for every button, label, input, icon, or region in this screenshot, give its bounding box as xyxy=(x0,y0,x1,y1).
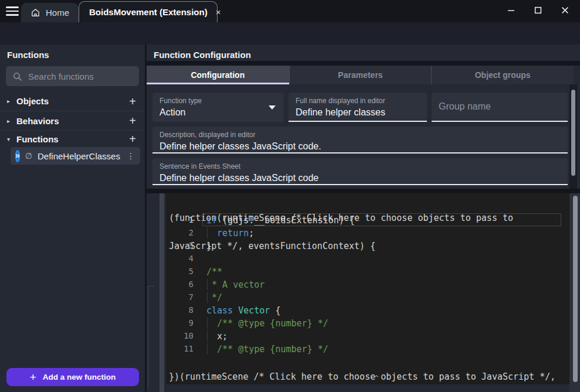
line-number: 3 xyxy=(166,241,194,250)
line-number: 5 xyxy=(166,267,194,276)
tab-close-icon[interactable]: × xyxy=(216,8,221,16)
function-type-select[interactable]: Function type Action xyxy=(152,93,284,122)
section-label: Behaviors xyxy=(16,116,127,126)
section-label: Objects xyxy=(16,96,127,106)
code-line-2[interactable]: 2 return; xyxy=(166,226,569,239)
code-line-3[interactable]: 3} xyxy=(166,239,569,252)
description-input[interactable] xyxy=(160,141,561,152)
line-number: 2 xyxy=(166,228,194,237)
code-text: * A vector xyxy=(206,279,264,290)
group-name-input[interactable] xyxy=(439,93,561,121)
add-new-function-label: Add a new function xyxy=(43,373,116,381)
main-menu-icon[interactable] xyxy=(6,6,19,16)
code-line-7[interactable]: 7 */ xyxy=(166,291,569,304)
tab-boidsmovement-label: BoidsMovement (Extension) xyxy=(89,7,208,17)
code-text: class Vector { xyxy=(206,305,280,316)
configuration-tabs: Configuration Parameters Object groups xyxy=(147,66,574,84)
tab-configuration[interactable]: Configuration xyxy=(147,66,289,84)
sidebar-section-behaviors[interactable]: ▸ Behaviors + xyxy=(0,111,145,130)
code-text: if (gdjs.__boidsExtension) { xyxy=(206,215,355,226)
chevron-right-icon: ▸ xyxy=(7,98,16,104)
dropdown-caret-icon xyxy=(269,105,276,110)
window-maximize-button[interactable] xyxy=(529,4,547,16)
tab-object-groups[interactable]: Object groups xyxy=(431,66,574,84)
events-scrollbar-left[interactable] xyxy=(160,193,164,392)
tab-boidsmovement[interactable]: BoidsMovement (Extension) × xyxy=(79,1,218,22)
add-function-quick-button[interactable]: + xyxy=(127,133,138,145)
code-line-8[interactable]: 8class Vector { xyxy=(166,304,569,316)
function-item-definehelperclasses[interactable]: » ∅ DefineHelperClasses ⋮ xyxy=(11,147,140,165)
line-number: 11 xyxy=(166,344,194,353)
window-close-button[interactable] xyxy=(556,4,574,16)
code-line-9[interactable]: 9 /** @type {number} */ xyxy=(166,316,569,329)
full-name-field[interactable]: Full name displayed in editor xyxy=(289,93,427,122)
plus-icon: + xyxy=(30,371,36,383)
code-scrollbar-thumb[interactable] xyxy=(573,196,578,382)
sentence-label: Sentence in Events Sheet xyxy=(160,162,561,171)
search-functions-field[interactable] xyxy=(6,66,139,86)
line-number: 8 xyxy=(166,305,194,315)
code-footer-line1: })(runtimeScene /* Click here to choose … xyxy=(169,372,555,381)
event-nesting-guide xyxy=(148,286,154,388)
code-text: /** xyxy=(206,267,222,277)
tab-parameters[interactable]: Parameters xyxy=(289,66,432,84)
line-number: 4 xyxy=(166,254,194,263)
line-number: 7 xyxy=(166,292,194,302)
line-number: 9 xyxy=(166,318,194,328)
code-line-10[interactable]: 10 x; xyxy=(166,329,569,342)
full-name-label: Full name displayed in editor xyxy=(296,97,420,105)
code-bottom-strip xyxy=(166,384,569,392)
js-function-icon: » xyxy=(15,150,20,162)
description-field[interactable]: Description, displayed in editor xyxy=(152,127,568,154)
search-icon xyxy=(12,71,22,81)
divider xyxy=(147,61,580,66)
javascript-code-editor[interactable]: (function(runtimeScene /* Click here to … xyxy=(166,193,569,384)
functions-sidebar: Functions ▸ Objects + ▸ Behaviors + ▾ Fu… xyxy=(0,45,145,392)
code-line-4[interactable]: 4 xyxy=(166,252,569,265)
scroll-hint-caret: ^ xyxy=(374,374,379,383)
private-icon: ∅ xyxy=(25,151,32,161)
sentence-input[interactable] xyxy=(160,173,561,183)
function-configuration-panel: Function Configuration Configuration Par… xyxy=(147,45,580,392)
form-scrollbar-thumb[interactable] xyxy=(571,90,575,176)
add-behavior-button[interactable]: + xyxy=(127,115,138,127)
code-text: } xyxy=(206,241,212,251)
code-line-6[interactable]: 6 * A vector xyxy=(166,278,569,291)
sidebar-title: Functions xyxy=(0,45,145,65)
search-functions-input[interactable] xyxy=(28,71,145,81)
full-name-input[interactable] xyxy=(296,107,420,118)
line-number: 6 xyxy=(166,279,194,289)
add-new-function-button[interactable]: + Add a new function xyxy=(6,368,139,386)
code-line-1[interactable]: 1if (gdjs.__boidsExtension) { xyxy=(166,213,569,226)
window-tab-bar: Home BoidsMovement (Extension) × xyxy=(0,0,580,22)
section-label: Functions xyxy=(16,134,127,144)
item-menu-icon[interactable]: ⋮ xyxy=(126,151,136,161)
group-name-field[interactable] xyxy=(432,93,568,122)
chevron-down-icon: ▾ xyxy=(7,136,16,142)
tab-home-label: Home xyxy=(46,8,69,18)
sentence-field[interactable]: Sentence in Events Sheet xyxy=(152,158,568,185)
chevron-right-icon: ▸ xyxy=(7,118,16,124)
line-number: 10 xyxy=(166,331,194,340)
add-object-button[interactable]: + xyxy=(127,96,138,107)
home-icon xyxy=(30,8,40,18)
function-type-value: Action xyxy=(160,107,277,118)
toolbar: Preview Share xyxy=(0,22,580,45)
sidebar-section-objects[interactable]: ▸ Objects + xyxy=(0,91,145,111)
tab-home[interactable]: Home xyxy=(21,3,79,22)
sidebar-section-functions[interactable]: ▾ Functions + xyxy=(0,130,145,147)
code-text: */ xyxy=(206,292,222,303)
code-text: return; xyxy=(206,228,254,238)
function-item-label: DefineHelperClasses xyxy=(38,151,120,161)
divider xyxy=(147,189,580,193)
code-line-5[interactable]: 5/** xyxy=(166,265,569,278)
code-text: /** @type {number} */ xyxy=(206,318,328,329)
description-label: Description, displayed in editor xyxy=(160,131,561,139)
function-type-label: Function type xyxy=(160,97,277,105)
line-number: 1 xyxy=(166,215,194,224)
window-minimize-button[interactable] xyxy=(502,4,520,16)
code-text: x; xyxy=(206,331,228,342)
